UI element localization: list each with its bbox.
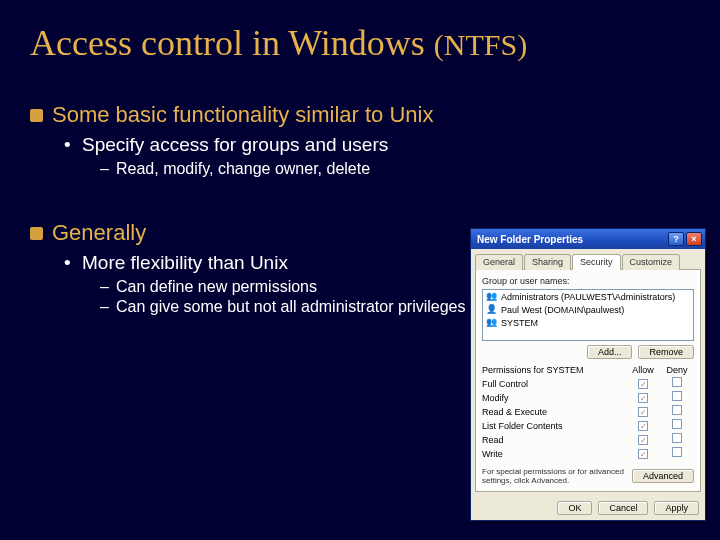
tab-strip: General Sharing Security Customize <box>471 249 705 269</box>
cancel-button[interactable]: Cancel <box>598 501 648 515</box>
properties-dialog: New Folder Properties ? × General Sharin… <box>470 228 706 521</box>
allow-checkbox[interactable]: ✓ <box>638 407 648 417</box>
perm-row: Read ✓ <box>482 433 694 447</box>
perm-name: Write <box>482 448 626 461</box>
title-main: Access control in Windows <box>30 23 425 63</box>
list-item[interactable]: 👥 Administrators (PAULWEST\Administrator… <box>483 290 693 303</box>
add-button[interactable]: Add... <box>587 345 633 359</box>
system-icon: 👥 <box>486 317 497 328</box>
advanced-button[interactable]: Advanced <box>632 469 694 483</box>
dialog-title: New Folder Properties <box>477 234 583 245</box>
perm-title: Permissions for SYSTEM <box>482 365 626 375</box>
deny-checkbox[interactable] <box>672 419 682 429</box>
group-label: Group or user names: <box>482 276 694 286</box>
tab-general[interactable]: General <box>475 254 523 270</box>
security-panel: Group or user names: 👥 Administrators (P… <box>475 269 701 492</box>
deny-checkbox[interactable] <box>672 405 682 415</box>
list-item[interactable]: 👥 SYSTEM <box>483 316 693 329</box>
apply-button[interactable]: Apply <box>654 501 699 515</box>
advanced-text: For special permissions or for advanced … <box>482 467 628 485</box>
perm-name: Full Control <box>482 378 626 391</box>
deny-checkbox[interactable] <box>672 433 682 443</box>
deny-checkbox[interactable] <box>672 377 682 387</box>
help-button[interactable]: ? <box>668 232 684 246</box>
remove-button[interactable]: Remove <box>638 345 694 359</box>
deny-checkbox[interactable] <box>672 447 682 457</box>
dialog-buttons: OK Cancel Apply <box>471 496 705 520</box>
permissions-header: Permissions for SYSTEM Allow Deny <box>482 365 694 375</box>
user-listbox[interactable]: 👥 Administrators (PAULWEST\Administrator… <box>482 289 694 341</box>
perm-name: List Folder Contents <box>482 420 626 433</box>
perm-row: Read & Execute ✓ <box>482 405 694 419</box>
perm-row: List Folder Contents ✓ <box>482 419 694 433</box>
bullet-similar-unix: Some basic functionality similar to Unix <box>30 102 690 128</box>
tab-sharing[interactable]: Sharing <box>524 254 571 270</box>
perm-name: Modify <box>482 392 626 405</box>
close-button[interactable]: × <box>686 232 702 246</box>
user-name: Paul West (DOMAIN\paulwest) <box>501 305 624 315</box>
list-item[interactable]: 👤 Paul West (DOMAIN\paulwest) <box>483 303 693 316</box>
tab-customize[interactable]: Customize <box>622 254 681 270</box>
ok-button[interactable]: OK <box>557 501 592 515</box>
allow-checkbox[interactable]: ✓ <box>638 435 648 445</box>
allow-checkbox[interactable]: ✓ <box>638 421 648 431</box>
bullet-admin-privileges: Can give some but not all administrator … <box>100 298 470 316</box>
user-icon: 👤 <box>486 304 497 315</box>
bullet-read-modify: Read, modify, change owner, delete <box>100 160 470 178</box>
user-name: Administrators (PAULWEST\Administrators) <box>501 292 675 302</box>
allow-checkbox[interactable]: ✓ <box>638 449 648 459</box>
deny-checkbox[interactable] <box>672 391 682 401</box>
allow-checkbox[interactable]: ✓ <box>638 379 648 389</box>
user-name: SYSTEM <box>501 318 538 328</box>
bullet-new-permissions: Can define new permissions <box>100 278 470 296</box>
tab-security[interactable]: Security <box>572 254 621 270</box>
slide-title: Access control in Windows (NTFS) <box>0 0 720 64</box>
group-icon: 👥 <box>486 291 497 302</box>
perm-name: Read & Execute <box>482 406 626 419</box>
bullet-specify-access: Specify access for groups and users <box>64 134 690 156</box>
deny-header: Deny <box>660 365 694 375</box>
perm-row: Modify ✓ <box>482 391 694 405</box>
title-sub: (NTFS) <box>434 28 527 61</box>
perm-row: Full Control ✓ <box>482 377 694 391</box>
dialog-titlebar[interactable]: New Folder Properties ? × <box>471 229 705 249</box>
allow-checkbox[interactable]: ✓ <box>638 393 648 403</box>
perm-name: Read <box>482 434 626 447</box>
perm-row: Write ✓ <box>482 447 694 461</box>
allow-header: Allow <box>626 365 660 375</box>
